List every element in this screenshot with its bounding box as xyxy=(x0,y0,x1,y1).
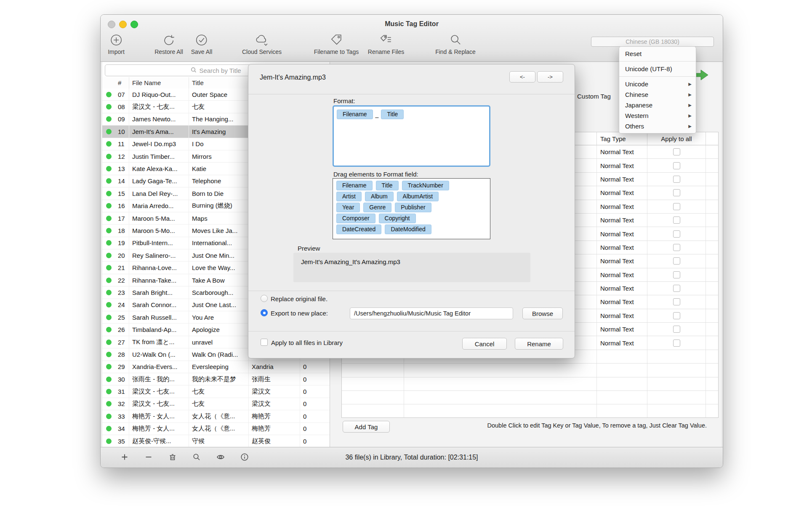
menu-item-western[interactable]: Western▶ xyxy=(619,110,696,121)
export-path-field[interactable] xyxy=(350,307,513,319)
tag-table-row[interactable] xyxy=(342,377,718,391)
file-row[interactable]: 35赵英俊-守候...守候赵英俊0 xyxy=(102,435,330,447)
element-token-title[interactable]: Title xyxy=(376,181,399,190)
tag-type-cell[interactable]: Normal Text xyxy=(597,336,647,349)
file-row[interactable]: 30张雨生 - 我的...我的未来不是梦张雨生0 xyxy=(102,373,330,385)
element-token-publisher[interactable]: Publisher xyxy=(395,203,431,212)
format-token-filename[interactable]: Filename xyxy=(337,110,373,119)
tag-type-cell[interactable]: Normal Text xyxy=(597,323,647,336)
apply-checkbox[interactable] xyxy=(673,312,680,319)
browse-button[interactable]: Browse xyxy=(522,307,563,319)
export-new-place-radio[interactable] xyxy=(261,309,268,316)
element-token-datecreated[interactable]: DateCreated xyxy=(336,225,381,234)
element-token-artist[interactable]: Artist xyxy=(336,192,362,201)
tag-type-cell[interactable]: Normal Text xyxy=(597,309,647,322)
apply-checkbox[interactable] xyxy=(673,189,680,196)
cancel-button[interactable]: Cancel xyxy=(462,338,507,350)
file-row[interactable]: 29Xandria-Evers...EversleepingXandria0 xyxy=(102,361,330,373)
apply-checkbox[interactable] xyxy=(673,230,680,238)
previous-file-button[interactable]: <- xyxy=(509,71,535,83)
next-file-button[interactable]: -> xyxy=(537,71,563,83)
apply-to-all-column-header[interactable]: Apply to all xyxy=(647,132,706,145)
toolbar-rename-files-button[interactable]: Rename Files xyxy=(368,33,404,55)
tag-type-cell[interactable]: Normal Text xyxy=(597,254,647,267)
remove-file-button[interactable] xyxy=(144,453,153,461)
element-token-tracknumber[interactable]: TrackNumber xyxy=(402,181,449,190)
menu-item-reset[interactable]: Reset xyxy=(619,48,696,59)
tag-type-cell[interactable]: Normal Text xyxy=(597,173,647,186)
apply-checkbox[interactable] xyxy=(673,298,680,305)
apply-checkbox[interactable] xyxy=(673,162,680,169)
apply-checkbox[interactable] xyxy=(673,326,680,333)
tag-table-row[interactable] xyxy=(342,404,718,418)
tag-type-column-header[interactable]: Tag Type xyxy=(597,132,647,145)
element-token-copyright[interactable]: Copyright xyxy=(379,214,416,223)
menu-item-others[interactable]: Others▶ xyxy=(619,121,696,131)
file-row[interactable]: 33梅艳芳 - 女人...女人花（《意...梅艳芳0 xyxy=(102,410,330,422)
add-file-button[interactable] xyxy=(120,453,129,461)
tag-type-cell[interactable]: Normal Text xyxy=(597,145,647,158)
tag-type-cell[interactable]: Normal Text xyxy=(597,159,647,172)
element-token-year[interactable]: Year xyxy=(336,203,360,212)
tag-type-cell xyxy=(597,377,647,390)
tag-table-row[interactable] xyxy=(342,391,718,404)
apply-checkbox[interactable] xyxy=(673,148,680,155)
toolbar-filename-to-tags-button[interactable]: Filename to Tags xyxy=(314,33,359,55)
file-row[interactable]: 34梅艳芳 - 女人...女人花（《意...梅艳芳0 xyxy=(102,423,330,435)
tag-type-cell[interactable]: Normal Text xyxy=(597,227,647,240)
export-new-place-label[interactable]: Export to new place: xyxy=(271,310,328,317)
format-field[interactable]: Filename_Title xyxy=(333,105,490,167)
menu-item-japanese[interactable]: Japanese▶ xyxy=(619,100,696,110)
rename-button[interactable]: Rename xyxy=(515,338,563,350)
element-token-composer[interactable]: Composer xyxy=(336,214,375,223)
element-token-datemodified[interactable]: DateModified xyxy=(385,225,431,234)
menu-item-unicode-utf-8-[interactable]: Unicode (UTF-8) xyxy=(619,64,696,74)
tag-type-cell[interactable]: Normal Text xyxy=(597,282,647,295)
column-header-title[interactable]: Title xyxy=(189,77,249,88)
tag-table-row[interactable] xyxy=(342,364,718,377)
tab-custom-tag[interactable]: Custom Tag xyxy=(577,93,611,100)
trash-button[interactable] xyxy=(168,453,177,461)
toolbar-save-all-button[interactable]: Save All xyxy=(191,33,213,55)
element-token-albumartist[interactable]: AlbumArtist xyxy=(397,192,439,201)
apply-all-label[interactable]: Apply to all files in Library xyxy=(271,339,343,346)
replace-original-label[interactable]: Replace original file. xyxy=(271,295,327,302)
element-token-genre[interactable]: Genre xyxy=(363,203,391,212)
menu-item-chinese[interactable]: Chinese▶ xyxy=(619,89,696,100)
tag-type-cell[interactable]: Normal Text xyxy=(597,241,647,254)
toolbar-restore-all-button[interactable]: Restore All xyxy=(154,33,183,55)
add-tag-button[interactable]: Add Tag xyxy=(343,421,390,433)
tag-type-cell[interactable]: Normal Text xyxy=(597,200,647,213)
format-token-title[interactable]: Title xyxy=(381,110,404,119)
toolbar-find-replace-button[interactable]: Find & Replace xyxy=(435,33,476,55)
apply-checkbox[interactable] xyxy=(673,203,680,210)
apply-checkbox[interactable] xyxy=(673,176,680,183)
encoding-field[interactable]: Chinese (GB 18030) xyxy=(591,37,714,47)
tag-type-cell[interactable]: Normal Text xyxy=(597,214,647,227)
tag-type-cell[interactable]: Normal Text xyxy=(597,186,647,199)
column-header-file-name[interactable]: File Name xyxy=(129,77,189,88)
apply-checkbox[interactable] xyxy=(673,285,680,292)
tag-type-cell[interactable]: Normal Text xyxy=(597,268,647,281)
apply-checkbox[interactable] xyxy=(673,217,680,224)
apply-all-checkbox[interactable] xyxy=(261,339,268,346)
apply-checkbox[interactable] xyxy=(673,244,680,251)
toolbar-cloud-services-button[interactable]: Cloud Services xyxy=(242,33,282,55)
tag-value-cell xyxy=(404,377,597,390)
preview-eye-button[interactable] xyxy=(216,453,225,461)
file-row[interactable]: 31梁汉文 - 七友...七友梁汉文0 xyxy=(102,385,330,398)
tag-type-cell[interactable]: Normal Text xyxy=(597,295,647,308)
column-header-number[interactable]: # xyxy=(115,77,129,88)
replace-original-radio[interactable] xyxy=(261,295,268,302)
apply-checkbox[interactable] xyxy=(673,340,680,347)
search-library-button[interactable] xyxy=(192,453,201,461)
info-button[interactable] xyxy=(240,453,249,461)
toolbar-import-button[interactable]: Import xyxy=(108,33,125,55)
file-row[interactable]: 32梁汉文 - 七友...七友梁汉文0 xyxy=(102,398,330,410)
apply-checkbox[interactable] xyxy=(673,257,680,265)
apply-checkbox[interactable] xyxy=(673,271,680,278)
element-token-album[interactable]: Album xyxy=(365,192,394,201)
apply-to-all-cell xyxy=(647,186,706,199)
element-token-filename[interactable]: Filename xyxy=(336,181,373,190)
menu-item-unicode[interactable]: Unicode▶ xyxy=(619,79,696,89)
